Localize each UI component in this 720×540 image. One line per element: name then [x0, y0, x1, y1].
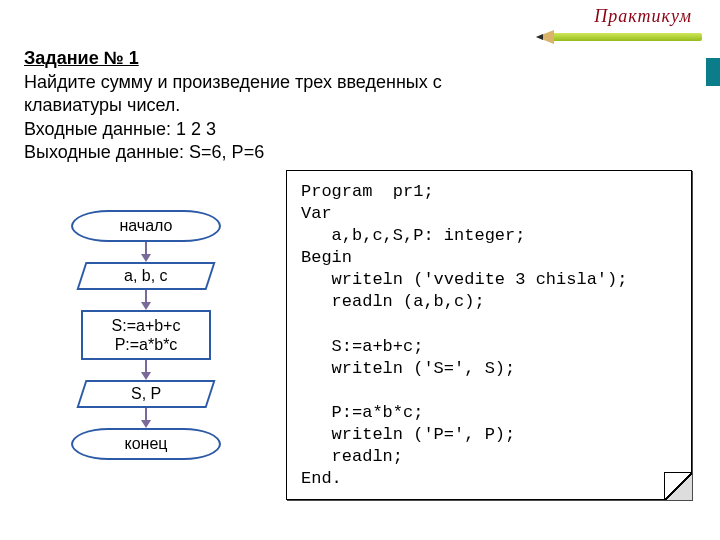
flow-process: S:=a+b+c P:=a*b*c	[81, 310, 211, 360]
flow-end: конец	[71, 428, 221, 460]
code-l8: S:=a+b+c;	[301, 337, 423, 356]
brand-text: Практикум	[542, 6, 692, 27]
code-l11: P:=a*b*c;	[301, 403, 423, 422]
flow-proc-line1: S:=a+b+c	[87, 316, 205, 335]
code-l1: Program pr1;	[301, 182, 434, 201]
code-l4: Begin	[301, 248, 352, 267]
code-listing: Program pr1; Var a,b,c,S,P: integer; Beg…	[286, 170, 692, 500]
code-l3: a,b,c,S,P: integer;	[301, 226, 525, 245]
code-l14: End.	[301, 469, 342, 488]
flow-output-label: S, P	[131, 382, 161, 406]
code-l6: readln (a,b,c);	[301, 292, 485, 311]
code-l9: writeln ('S=', S);	[301, 359, 515, 378]
code-l5: writeln ('vvedite 3 chisla');	[301, 270, 627, 289]
flow-input-label: a, b, c	[124, 264, 168, 288]
code-l2: Var	[301, 204, 332, 223]
task-desc-line2: клавиатуры чисел.	[24, 94, 696, 117]
task-input: Входные данные: 1 2 3	[24, 118, 696, 141]
code-l13: readln;	[301, 447, 403, 466]
flow-output: S, P	[76, 380, 215, 408]
brand-logo: Практикум	[542, 6, 692, 58]
code-l12: writeln ('P=', P);	[301, 425, 515, 444]
task-desc-line1: Найдите сумму и произведение трех введен…	[24, 71, 696, 94]
flow-proc-line2: P:=a*b*c	[87, 335, 205, 354]
task-output: Выходные данные: S=6, P=6	[24, 141, 696, 164]
flow-start: начало	[71, 210, 221, 242]
flow-input: a, b, c	[76, 262, 215, 290]
flowchart: начало a, b, c S:=a+b+c P:=a*b*c S, P ко…	[46, 210, 246, 460]
side-tab-decoration	[706, 58, 720, 86]
pencil-icon	[542, 29, 692, 45]
page-fold-icon	[664, 472, 692, 500]
